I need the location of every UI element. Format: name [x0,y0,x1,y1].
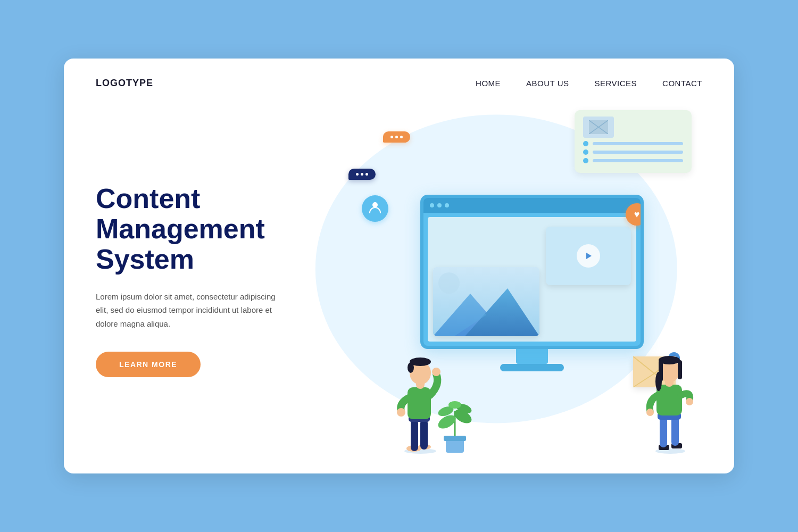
svg-rect-14 [444,436,466,441]
learn-more-button[interactable]: LEARN MORE [96,352,201,377]
monitor-screen-outer: ♥ [420,195,644,349]
svg-point-3 [372,202,378,207]
monitor-illustration: ♥ [420,195,644,371]
mountains-image [433,267,539,336]
navigation: LOGOTYPE HOME ABOUT US SERVICES CONTACT [64,59,734,89]
content-card-row-4 [583,158,683,163]
user-icon [368,200,382,217]
chat-bubble-orange [383,131,410,143]
monitor-base [500,364,564,371]
chat-bubble-dark [348,169,376,180]
monitor-top-bar [423,198,641,213]
monitor-dot-2 [437,203,442,207]
logo: LOGOTYPE [96,78,153,89]
svg-rect-37 [660,417,667,447]
hero-left: Content Management System Lorem ipsum do… [96,173,319,377]
chat-dot-1 [390,136,393,138]
svg-rect-27 [408,387,431,419]
svg-rect-47 [678,360,682,379]
screen-video-card [546,227,631,285]
play-button-icon [577,244,600,268]
nav-about[interactable]: ABOUT US [526,79,569,88]
svg-marker-9 [586,253,592,259]
content-card-row [583,117,683,138]
chat-dot-6 [365,173,368,176]
svg-rect-38 [671,417,679,446]
monitor-dot-3 [445,203,449,207]
content-card-row-2 [583,141,683,146]
chat-dot-4 [356,173,359,176]
svg-rect-25 [420,419,428,450]
hero-description: Lorem ipsum dolor sit amet, consectetur … [96,290,287,331]
hero-illustration: ♥ [319,89,702,461]
svg-point-29 [397,408,405,417]
svg-rect-24 [411,419,418,451]
svg-point-28 [432,368,440,376]
svg-point-20 [448,401,461,409]
monitor-stand [516,349,548,364]
monitor-screen-inner [428,217,636,342]
image-placeholder [583,117,614,138]
user-profile-bubble [362,195,388,222]
chat-dot-5 [361,173,363,176]
svg-point-33 [408,362,414,373]
content-card-row-3 [583,149,683,155]
nav-home[interactable]: HOME [476,79,501,88]
svg-point-42 [646,409,654,416]
nav-contact[interactable]: CONTACT [662,79,702,88]
chat-dot-2 [395,136,398,138]
hero-section: Content Management System Lorem ipsum do… [64,89,734,461]
screen-image-card [433,267,539,336]
monitor-dot-1 [430,203,434,207]
chat-dot-3 [400,136,403,138]
hero-title: Content Management System [96,184,319,275]
heart-badge: ♥ [626,203,644,226]
svg-point-48 [655,372,662,391]
nav-links: HOME ABOUT US SERVICES CONTACT [476,79,702,88]
main-card: LOGOTYPE HOME ABOUT US SERVICES CONTACT … [64,59,734,473]
svg-point-41 [686,398,693,405]
nav-services[interactable]: SERVICES [595,79,637,88]
plant-illustration [436,390,473,456]
content-list-card [575,110,692,173]
svg-point-8 [438,272,460,294]
person-right-illustration [644,337,697,456]
